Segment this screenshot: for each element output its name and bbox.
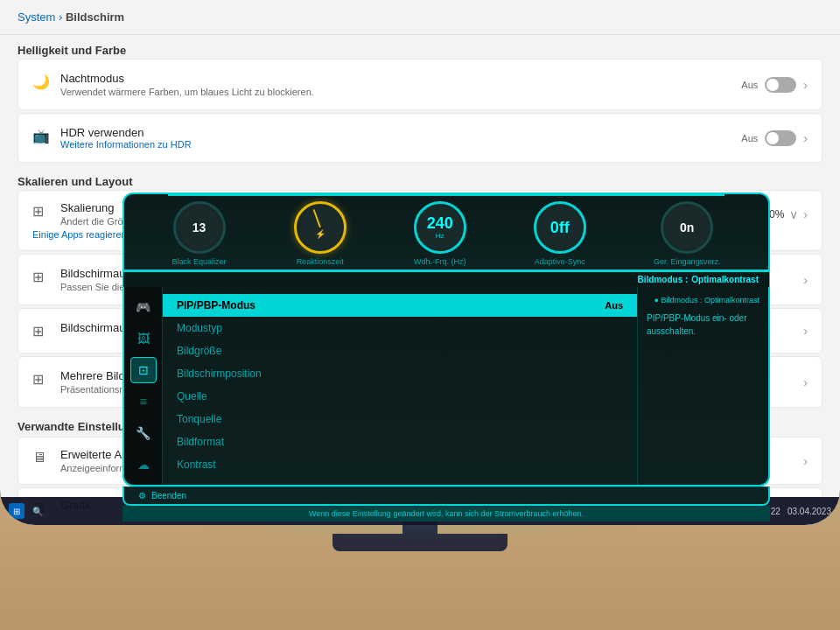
search-taskbar-icon[interactable]: 🔍 [30,503,46,519]
nachtmodus-right: Aus › [741,77,808,93]
gauge-wdh-frq: 240 Hz Wdh.-Frq. (Hz) [414,201,466,266]
osd-menu-item-bildschirmpos-label: Bildschirmposition [177,368,262,380]
osd-menu-item-quelle[interactable]: Quelle [163,385,637,408]
hdr-link[interactable]: Weitere Informationen zu HDR [60,139,192,150]
monitor-stand-base [332,534,508,551]
osd-menu-item-modustyp[interactable]: Modustyp [163,317,637,340]
gauge-adaptive-sync: 0ff Adaptive-Sync [534,201,586,266]
gauge-reaktionszeit-needle [312,209,320,228]
scaling-dropdown-chevron[interactable]: ∨ [789,207,798,221]
section-skalieren-title: Skalieren und Layout [18,175,822,188]
orientation-icon: ⊞ [32,323,50,340]
gauge-reaktionszeit-label: Reaktionszeit [297,257,344,266]
multimonitor-icon: ⊞ [32,371,50,388]
multimonitor-chevron[interactable]: › [803,375,808,389]
gauge-ger-eingang-value: 0n [680,221,694,234]
related-erweiterte-chevron[interactable]: › [803,454,808,468]
osd-menu-item-pip-value: Aus [605,300,623,311]
osd-menu-item-kontrast-label: Kontrast [177,458,216,471]
nachtmodus-text: Nachtmodus Verwendet wärmere Farben, um … [60,72,314,97]
osd-info-warning: Wenn diese Einstellung geändert wird, ka… [122,506,770,522]
taskbar-date: 03.04.2023 [788,507,831,516]
osd-menu-item-modustyp-label: Modustyp [177,322,222,334]
osd-sidebar-icon-pip[interactable]: ⊡ [130,357,157,383]
osd-menu-item-bildgroesse[interactable]: Bildgröße [163,340,637,362]
breadcrumb-system[interactable]: System [18,10,55,24]
osd-bildmodus-label: Bildmodus : [638,275,689,284]
nachtmodus-chevron[interactable]: › [803,78,808,92]
gauge-wdh-frq-circle: 240 Hz [414,201,466,254]
osd-desc-header: ● Bildmodus : Optimalkontrast [647,296,760,304]
gauge-black-eq-value: 13 [192,221,206,234]
gauge-wdh-frq-label: Wdh.-Frq. (Hz) [414,257,466,266]
scaling-chevron[interactable]: › [803,207,808,221]
osd-overlay: 13 Black Equalizer ⚡ Reaktionszeit 240 H… [122,192,770,522]
hdr-item[interactable]: 📺 HDR verwenden Weitere Informationen zu… [18,113,822,163]
osd-bildmodus-bar: Bildmodus : Optimalkontrast [122,271,770,287]
related-erweiterte-icon: 🖥 [32,450,50,467]
start-button[interactable]: ⊞ [9,503,24,519]
gauge-black-eq-label: Black Equalizer [172,257,227,266]
osd-desc-text: PIP/PBP-Modus ein- oder ausschalten. [647,312,760,338]
gauge-ger-eingang-circle: 0n [661,201,713,254]
gauge-ger-eingang-label: Ger. Eingangsverz. [654,257,721,266]
hdr-text: HDR verwenden Weitere Informationen zu H… [60,126,192,150]
osd-menu: PIP/PBP-Modus Aus Modustyp Bildgröße Bil… [163,287,637,485]
osd-top-bar: 13 Black Equalizer ⚡ Reaktionszeit 240 H… [122,192,770,271]
gauge-black-eq-circle: 13 [173,201,226,254]
gauge-black-eq: 13 Black Equalizer [172,201,227,266]
breadcrumb: System › Bildschirm [18,10,822,24]
gauge-adaptive-sync-value: 0ff [550,220,570,235]
orientation-chevron[interactable]: › [803,324,808,338]
nachtmodus-toggle[interactable] [765,77,796,93]
osd-exit-icon: ⚙ [138,491,146,500]
gauge-adaptive-sync-label: Adaptive-Sync [535,257,585,266]
osd-sidebar-icon-menu[interactable]: ≡ [130,388,157,415]
window-header: System › Bildschirm [0,0,840,35]
osd-bildmodus-value: Optimalkontrast [691,275,759,284]
gauge-reaktionszeit-circle: ⚡ [294,201,346,254]
osd-menu-item-tonquelle-label: Tonquelle [177,413,221,425]
breadcrumb-current: Bildschirm [66,10,124,24]
nachtmodus-icon: 🌙 [32,74,50,91]
osd-sidebar-icon-image[interactable]: 🖼 [130,326,157,352]
section-helligkeit-title: Helligkeit und Farbe [18,44,822,57]
hdr-title: HDR verwenden [60,126,192,139]
hdr-icon: 📺 [32,128,50,145]
gauge-adaptive-sync-circle: 0ff [534,201,586,254]
osd-exit-label[interactable]: Beenden [151,491,186,500]
nachtmodus-item[interactable]: 🌙 Nachtmodus Verwendet wärmere Farben, u… [18,59,822,110]
gauge-wdh-frq-sub: Hz [427,232,453,240]
hdr-status: Aus [741,133,758,144]
osd-menu-item-quelle-label: Quelle [177,390,207,402]
osd-menu-item-pip[interactable]: PIP/PBP-Modus Aus [163,294,637,317]
resolution-chevron[interactable]: › [803,273,808,287]
osd-menu-item-bildgroesse-label: Bildgröße [177,345,221,357]
taskbar-left: ⊞ 🔍 [9,503,46,519]
osd-menu-item-bildformat-label: Bildformat [177,436,224,448]
osd-menu-item-bildschirmpos[interactable]: Bildschirmposition [163,362,637,385]
osd-menu-item-bildformat[interactable]: Bildformat [163,430,637,453]
hdr-toggle[interactable] [765,130,796,146]
osd-main: 🎮 🖼 ⊡ ≡ 🔧 ☁ PIP/PBP-Modus Aus Modustyp B… [122,287,770,486]
osd-status-bar: ⚙ Beenden [122,486,770,506]
osd-sidebar: 🎮 🖼 ⊡ ≡ 🔧 ☁ [124,287,163,485]
osd-menu-item-kontrast[interactable]: Kontrast [163,453,637,476]
gauge-reaktionszeit-value: ⚡ [315,230,326,239]
gauge-ger-eingang: 0n Ger. Eingangsverz. [654,201,721,266]
nachtmodus-desc: Verwendet wärmere Farben, um blaues Lich… [60,87,314,97]
scaling-icon: ⊞ [32,203,50,220]
osd-sidebar-icon-game[interactable]: 🎮 [130,294,157,320]
osd-sidebar-icon-cloud[interactable]: ☁ [130,452,157,478]
hdr-right: Aus › [741,130,808,146]
hdr-chevron[interactable]: › [803,131,808,145]
osd-desc-panel: ● Bildmodus : Optimalkontrast PIP/PBP-Mo… [637,287,768,485]
breadcrumb-separator: › [59,10,66,24]
osd-exit-btn[interactable]: ⚙ Beenden [138,491,186,500]
osd-menu-item-pip-label: PIP/PBP-Modus [177,299,256,312]
osd-menu-item-tonquelle[interactable]: Tonquelle [163,408,637,430]
osd-sidebar-icon-settings[interactable]: 🔧 [130,420,157,446]
nachtmodus-title: Nachtmodus [60,72,314,85]
nachtmodus-left: 🌙 Nachtmodus Verwendet wärmere Farben, u… [32,72,314,97]
hdr-left: 📺 HDR verwenden Weitere Informationen zu… [32,126,192,150]
